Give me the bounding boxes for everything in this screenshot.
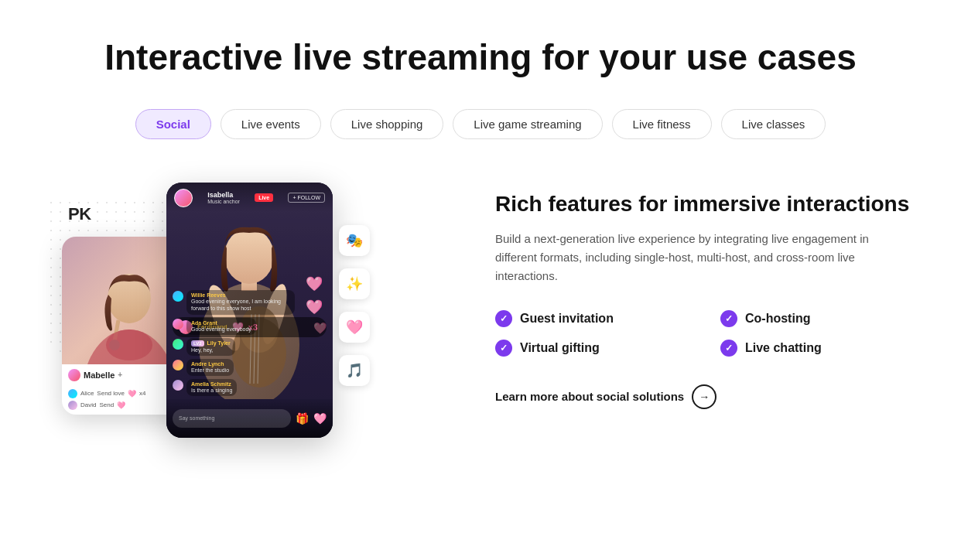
- phone-top-bar: Isabella Music anchor Live + FOLLOW: [166, 183, 333, 212]
- feature-item-co-hosting: Co-hosting: [720, 310, 915, 327]
- chat-msg-4: Andre Lynch Enter the studio: [173, 359, 303, 376]
- heart-icon[interactable]: 🩷: [313, 412, 327, 425]
- chat-av-3: [173, 339, 183, 350]
- tab-live-game-streaming[interactable]: Live game streaming: [453, 109, 602, 139]
- pk-badge: PK: [68, 204, 91, 224]
- chat-sender-1: Willie Reeves: [191, 292, 290, 298]
- chat-bubble-4: Andre Lynch Enter the studio: [186, 359, 234, 376]
- learn-more-link[interactable]: Learn more about social solutions →: [495, 384, 915, 409]
- side-icon-heart-side[interactable]: 🩷: [339, 312, 370, 343]
- feature-item-live-chatting: Live chatting: [720, 340, 915, 357]
- tab-live-events[interactable]: Live events: [221, 109, 321, 139]
- chat-msg-2: Ada Grant Good evening everybody: [173, 318, 303, 335]
- tabs-row: Social Live events Live shopping Live ga…: [46, 109, 915, 139]
- feature-label-guest: Guest invitation: [520, 312, 614, 326]
- chat-content-5: Is there a singing: [191, 387, 232, 394]
- check-icon-cohost: [720, 310, 737, 327]
- phone-main-background: Isabella Music anchor Live + FOLLOW 🩷 🩷 …: [166, 183, 333, 438]
- arrow-right-icon: →: [692, 384, 716, 409]
- check-icon-guest: [495, 310, 512, 327]
- chat-bubble-3: LV2 Lily Tyler Hey, hey,: [186, 338, 235, 356]
- anchor-avatar: [174, 189, 193, 207]
- chat-av-mini-1: [68, 389, 77, 398]
- svg-point-8: [224, 228, 274, 284]
- check-icon-gift: [495, 340, 512, 357]
- anchor-subtitle: Music anchor: [207, 199, 240, 204]
- chat-content-4: Enter the studio: [191, 367, 229, 374]
- chat-sender-4: Andre Lynch: [191, 361, 229, 367]
- mabelle-name: Mabelle: [84, 370, 115, 380]
- chat-av-1: [173, 291, 183, 302]
- chat-msg-1: Willie Reeves Good evening everyone, I a…: [173, 290, 303, 314]
- side-icon-music[interactable]: 🎵: [339, 355, 370, 386]
- chat-text-mini-2: David: [80, 401, 96, 408]
- tab-live-classes[interactable]: Live classes: [721, 109, 826, 139]
- chat-av-5: [173, 380, 183, 391]
- gift-icon[interactable]: 🎁: [296, 412, 309, 425]
- mabelle-avatar: [68, 369, 80, 381]
- page-title: Interactive live streaming for your use …: [46, 37, 915, 78]
- feature-label-cohost: Co-hosting: [745, 312, 810, 326]
- plus-icon: +: [118, 370, 122, 379]
- chat-sender-3: LV2 Lily Tyler: [191, 340, 231, 347]
- features-description: Build a next-generation live experience …: [495, 230, 913, 285]
- chat-bubble-2: Ada Grant Good evening everybody: [186, 318, 256, 335]
- chat-msg-3: LV2 Lily Tyler Hey, hey,: [173, 338, 303, 356]
- chat-av-2: [173, 319, 183, 330]
- feature-label-chat: Live chatting: [745, 341, 822, 355]
- side-icon-wand[interactable]: ✨: [339, 268, 370, 299]
- phone-bottom-bar: Say something 🎁 🩷: [166, 399, 333, 438]
- chat-av-4: [173, 360, 183, 370]
- mockup-area: PK: [46, 183, 449, 461]
- phone-main: Isabella Music anchor Live + FOLLOW 🩷 🩷 …: [166, 183, 333, 438]
- heart-mini-2: 🩷: [117, 401, 125, 409]
- tab-live-fitness[interactable]: Live fitness: [612, 109, 712, 139]
- chat-count: x4: [139, 390, 145, 397]
- content-area: PK: [46, 183, 915, 461]
- feature-item-virtual-gifting: Virtual gifting: [495, 340, 689, 357]
- chat-sender-5: Amelia Schmitz: [191, 381, 232, 387]
- say-something-placeholder: Say something: [179, 415, 214, 421]
- chat-av-mini-2: [68, 401, 77, 410]
- live-badge: Live: [255, 193, 273, 202]
- chat-msg-5: Amelia Schmitz Is there a singing: [173, 379, 303, 396]
- learn-more-text: Learn more about social solutions: [495, 390, 684, 403]
- chat-send-2: Send: [99, 401, 114, 408]
- chat-bubble-5: Amelia Schmitz Is there a singing: [186, 379, 237, 396]
- lv2-badge: LV2: [191, 340, 204, 347]
- heart-mini-1: 🩷: [128, 390, 136, 398]
- chat-text-mini-1: Alice: [80, 390, 94, 397]
- anchor-name-block: Isabella Music anchor: [207, 191, 240, 204]
- feature-label-gift: Virtual gifting: [520, 341, 600, 355]
- svg-point-4: [106, 330, 152, 360]
- chat-content-2: Good evening everybody: [191, 326, 251, 333]
- phone-right-panel: 🎭 ✨ 🩷 🎵: [339, 225, 373, 386]
- chat-content-1: Good evening everyone, I am looking forw…: [191, 298, 290, 312]
- anchor-name: Isabella: [207, 191, 240, 199]
- feature-item-guest-invitation: Guest invitation: [495, 310, 689, 327]
- features-grid: Guest invitation Co-hosting Virtual gift…: [495, 310, 915, 357]
- tab-social[interactable]: Social: [135, 109, 211, 139]
- say-something-input[interactable]: Say something: [173, 409, 291, 428]
- follow-badge[interactable]: + FOLLOW: [288, 193, 325, 203]
- chat-content-3: Hey, hey,: [191, 347, 231, 353]
- chat-sender-2: Ada Grant: [191, 320, 251, 326]
- chat-overlay: Willie Reeves Good evening everyone, I a…: [166, 290, 310, 399]
- chat-bubble-1: Willie Reeves Good evening everyone, I a…: [186, 290, 295, 314]
- check-icon-chat: [720, 340, 737, 357]
- chat-send-love: Send love: [97, 390, 125, 397]
- features-title: Rich features for immersive interactions: [495, 190, 915, 217]
- tab-live-shopping[interactable]: Live shopping: [330, 109, 444, 139]
- features-section: Rich features for immersive interactions…: [495, 183, 915, 409]
- side-icon-face[interactable]: 🎭: [339, 225, 370, 256]
